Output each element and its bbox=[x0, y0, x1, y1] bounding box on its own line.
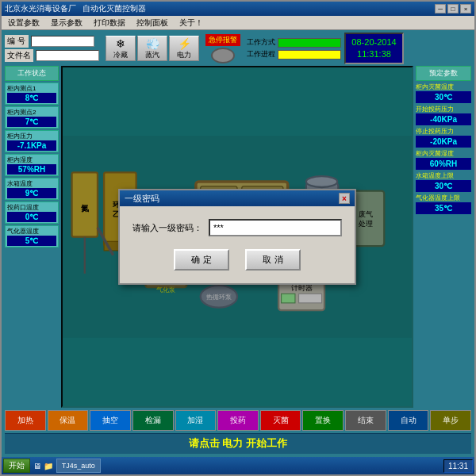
proc-btn-结束[interactable]: 结束 bbox=[345, 410, 386, 431]
number-label: 编 号 bbox=[5, 35, 29, 48]
modal-title: 一级密码 bbox=[125, 193, 159, 205]
menu-display[interactable]: 显示参数 bbox=[46, 17, 87, 29]
sensor-3: 柜内压力 -7.1KPa bbox=[5, 130, 59, 152]
preset-5: 水箱温度上限 30℃ bbox=[416, 171, 471, 192]
menu-about[interactable]: 关于！ bbox=[175, 17, 208, 29]
sensor-7-label: 气化器温度 bbox=[7, 227, 56, 236]
filename-input[interactable] bbox=[36, 50, 99, 61]
cold-icon: ❄ bbox=[116, 37, 125, 50]
sensor-4-value: 57%RH bbox=[7, 164, 56, 175]
modal-body: 请输入一级密码： 确 定 取 消 bbox=[120, 206, 355, 283]
menu-bar: 设置参数 显示参数 打印数据 控制面板 关于！ bbox=[2, 16, 474, 30]
proc-btn-检漏[interactable]: 检漏 bbox=[132, 410, 174, 431]
start-button[interactable]: 开始 bbox=[3, 459, 30, 473]
number-input[interactable] bbox=[31, 36, 94, 47]
maximize-button[interactable]: □ bbox=[447, 4, 459, 13]
emergency-label: 急停报警 bbox=[205, 34, 240, 46]
power-button[interactable]: ⚡ 电力 bbox=[169, 36, 199, 61]
preset-4-label: 柜内灭菌湿度 bbox=[416, 149, 471, 158]
title-bar-left: 北京永光消毒设备厂 自动化灭菌控制器 bbox=[5, 3, 146, 14]
cold-button[interactable]: ❄ 冷藏 bbox=[106, 36, 136, 61]
minimize-button[interactable]: ─ bbox=[435, 4, 446, 13]
menu-print[interactable]: 打印数据 bbox=[89, 17, 130, 29]
taskbar-icons: 🖥 📁 bbox=[33, 462, 53, 470]
middle-area: 工作状态 柜内测点1 8℃ 柜内测点2 7℃ 柜内压力 -7.1KPa 柜内湿度… bbox=[5, 66, 471, 408]
work-section: 工作方式 工作进程 bbox=[247, 37, 341, 60]
work-status-button[interactable]: 工作状态 bbox=[5, 66, 59, 81]
right-panel: 预定参数 柜内灭菌温度 30℃ 开始投药压力 -40KPa 停止投药压力 -20… bbox=[416, 66, 471, 408]
sensor-6-label: 投药口温度 bbox=[7, 203, 56, 212]
preset-4-value: 60%RH bbox=[416, 158, 471, 170]
preset-5-label: 水箱温度上限 bbox=[416, 171, 471, 180]
proc-btn-加湿[interactable]: 加湿 bbox=[175, 410, 217, 431]
cold-label: 冷藏 bbox=[113, 50, 128, 60]
proc-btn-保温[interactable]: 保温 bbox=[48, 410, 89, 431]
sensor-7-value: 5℃ bbox=[7, 236, 56, 246]
proc-btn-灭菌[interactable]: 灭菌 bbox=[260, 410, 301, 431]
proc-btn-抽空[interactable]: 抽空 bbox=[90, 410, 131, 431]
title-left: 北京永光消毒设备厂 bbox=[5, 3, 76, 14]
steam-button[interactable]: 💨 蒸汽 bbox=[137, 36, 167, 61]
modal-input-row: 请输入一级密码： bbox=[132, 219, 342, 236]
menu-control[interactable]: 控制面板 bbox=[132, 17, 173, 29]
sensor-2-value: 7℃ bbox=[7, 117, 56, 127]
close-button[interactable]: × bbox=[460, 4, 471, 13]
status-bar: 请点击 电力 开始工作 bbox=[5, 433, 471, 454]
task-item[interactable]: TJ4s_auto bbox=[56, 459, 101, 473]
proc-btn-置换[interactable]: 置换 bbox=[302, 410, 344, 431]
sensor-3-value: -7.1KPa bbox=[7, 140, 56, 151]
datetime-time: 11:31:38 bbox=[350, 48, 398, 60]
preset-2-label: 开始投药压力 bbox=[416, 105, 471, 113]
modal-cancel-button[interactable]: 取 消 bbox=[245, 249, 301, 271]
sensor-7: 气化器温度 5℃ bbox=[5, 225, 59, 248]
proc-btn-单步[interactable]: 单步 bbox=[430, 410, 471, 431]
process-buttons: 加热保温抽空检漏加湿投药灭菌置换结束自动单步 bbox=[5, 410, 471, 431]
work-progress-row: 工作进程 bbox=[247, 49, 341, 60]
main-window: 北京永光消毒设备厂 自动化灭菌控制器 ─ □ × 设置参数 显示参数 打印数据 … bbox=[0, 0, 476, 476]
password-input[interactable] bbox=[209, 219, 342, 236]
modal-close-button[interactable]: × bbox=[339, 193, 350, 204]
sensor-4-label: 柜内湿度 bbox=[7, 155, 56, 164]
main-content: 编 号 文件名 ❄ 冷藏 💨 蒸汽 ⚡ bbox=[2, 30, 474, 457]
sensor-2: 柜内测点2 7℃ bbox=[5, 106, 59, 129]
modal-overlay: 一级密码 × 请输入一级密码： 确 定 取 消 bbox=[63, 67, 412, 406]
modal-buttons: 确 定 取 消 bbox=[132, 249, 342, 271]
emergency-light bbox=[211, 48, 235, 63]
work-progress-label: 工作进程 bbox=[247, 49, 275, 60]
taskbar-clock: 11:31 bbox=[443, 459, 473, 473]
taskbar: 开始 🖥 📁 TJ4s_auto 11:31 bbox=[2, 457, 474, 474]
sensor-5-value: 9℃ bbox=[7, 188, 56, 198]
proc-btn-投药[interactable]: 投药 bbox=[217, 410, 259, 431]
sensor-5: 水箱温度 9℃ bbox=[5, 178, 59, 200]
preset-4: 柜内灭菌湿度 60%RH bbox=[416, 149, 471, 170]
sensor-1-value: 8℃ bbox=[7, 93, 56, 103]
work-mode-row: 工作方式 bbox=[247, 37, 341, 48]
title-middle: 自动化灭菌控制器 bbox=[83, 3, 146, 14]
hw-button-group: ❄ 冷藏 💨 蒸汽 ⚡ 电力 bbox=[106, 36, 199, 61]
preset-1: 柜内灭菌温度 30℃ bbox=[416, 83, 471, 103]
preset-5-value: 30℃ bbox=[416, 180, 471, 192]
work-mode-indicator bbox=[278, 38, 341, 48]
title-bar: 北京永光消毒设备厂 自动化灭菌控制器 ─ □ × bbox=[2, 2, 474, 16]
status-text: 请点击 电力 开始工作 bbox=[189, 437, 287, 449]
preset-3-value: -20KPa bbox=[416, 136, 471, 148]
proc-btn-自动[interactable]: 自动 bbox=[388, 410, 429, 431]
process-area: 氮 环氧 乙烷 气化 器 气化泵 bbox=[61, 66, 413, 408]
sensor-1-label: 柜内测点1 bbox=[7, 84, 56, 93]
datetime-date: 08-20-2014 bbox=[350, 36, 398, 48]
work-progress-indicator bbox=[278, 50, 341, 60]
emergency-section: 急停报警 bbox=[205, 34, 240, 63]
menu-settings[interactable]: 设置参数 bbox=[3, 17, 44, 29]
preset-1-value: 30℃ bbox=[416, 91, 471, 103]
sensor-6: 投药口温度 0℃ bbox=[5, 202, 59, 224]
sensor-2-label: 柜内测点2 bbox=[7, 108, 56, 117]
number-row: 编 号 bbox=[5, 35, 99, 48]
sensor-3-label: 柜内压力 bbox=[7, 132, 56, 140]
modal-confirm-button[interactable]: 确 定 bbox=[174, 249, 229, 271]
datetime-display: 08-20-2014 11:31:38 bbox=[344, 33, 404, 65]
proc-btn-加热[interactable]: 加热 bbox=[5, 410, 46, 431]
filename-row: 文件名 bbox=[5, 49, 99, 62]
preset-6-label: 气化器温度上限 bbox=[416, 194, 471, 202]
preset-6-value: 35℃ bbox=[416, 202, 471, 214]
preset-2-value: -40KPa bbox=[416, 113, 471, 125]
